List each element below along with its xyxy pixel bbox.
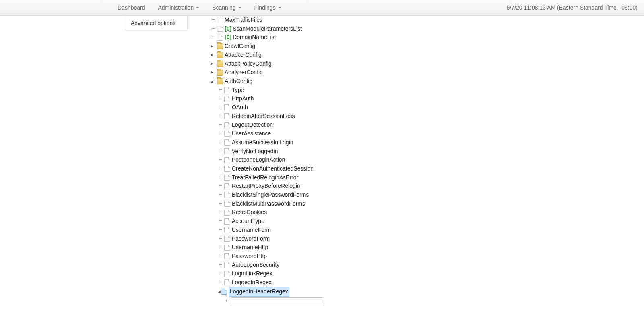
file-icon xyxy=(224,245,230,251)
tree-node-password-form[interactable]: ⊢PasswordForm xyxy=(210,235,324,243)
tree-node-reset-cookies[interactable]: ⊢ResetCookies xyxy=(210,208,324,217)
tree-node-label: PasswordForm xyxy=(232,235,270,243)
sidebar-item-label: Advanced options xyxy=(131,20,175,26)
tree-node-label: LoggedInRegex xyxy=(232,278,272,287)
nav-findings[interactable]: Findings xyxy=(248,1,288,15)
logged-in-header-regex-input[interactable] xyxy=(231,297,324,306)
tree-node-login-link-regex[interactable]: ⊢LoginLinkRegex xyxy=(210,269,324,278)
tree-connector-icon: ⊢ xyxy=(217,156,224,164)
nav-scanning[interactable]: Scanning xyxy=(206,1,248,15)
chevron-down-icon xyxy=(238,7,242,8)
folder-icon xyxy=(217,78,223,84)
file-icon xyxy=(224,183,230,189)
timestamp-label: 5/7/20 11:08:13 AM (Eastern Standard Tim… xyxy=(507,4,638,11)
tree-node-attacker-config[interactable]: ▶ AttackerConfig xyxy=(210,51,324,60)
folder-icon xyxy=(217,61,223,67)
collapse-icon[interactable]: ◢ xyxy=(210,77,214,86)
tree-node-scan-module-params[interactable]: ⊢ [0] ScanModuleParametersList xyxy=(210,25,324,33)
tree-node-account-type[interactable]: ⊢AccountType xyxy=(210,217,324,226)
tree-node-analyzer-config[interactable]: ▶ AnalyzerConfig xyxy=(210,68,324,77)
tree-node-postpone-login-action[interactable]: ⊢PostponeLoginAction xyxy=(210,156,324,164)
tree-node-user-assistance[interactable]: ⊢UserAssistance xyxy=(210,129,324,138)
tree-node-label: UserAssistance xyxy=(232,129,271,138)
file-icon xyxy=(224,104,230,110)
tree-connector-icon: ⊢ xyxy=(210,25,217,33)
tree-node-relogin-after-session-loss[interactable]: ⊢ReloginAfterSessionLoss xyxy=(210,112,324,121)
tree-connector-icon: ⊢ xyxy=(217,200,224,208)
tree-node-crawl-config[interactable]: ▶ CrawlConfig xyxy=(210,42,324,51)
tree-connector-icon: ⊢ xyxy=(217,252,224,261)
expand-icon[interactable]: ▶ xyxy=(210,60,214,69)
file-icon xyxy=(221,289,227,295)
expand-icon[interactable]: ▶ xyxy=(210,42,214,51)
file-icon xyxy=(224,279,230,285)
tree-node-label: DomainNameList xyxy=(233,33,276,42)
tree-node-label: MaxTrafficFiles xyxy=(225,16,262,25)
tree-node-type[interactable]: ⊢Type xyxy=(210,86,324,95)
tree-node-label: Type xyxy=(232,86,244,95)
tree-node-logged-in-header-regex[interactable]: ◢ LoggedInHeaderRegex xyxy=(210,287,324,297)
tree-node-label: UsernameForm xyxy=(232,226,271,235)
tree-node-value-row: └ xyxy=(225,297,324,306)
tree-connector-icon: ⊢ xyxy=(217,147,224,156)
collapse-icon[interactable]: ◢ xyxy=(217,287,221,296)
tree-node-label: AccountType xyxy=(232,217,264,226)
tree-node-password-http[interactable]: ⊢PasswordHttp xyxy=(210,252,324,261)
tree-connector-icon: ⊢ xyxy=(217,182,224,191)
file-icon xyxy=(224,192,230,198)
tree-node-label: VerifyNotLoggedin xyxy=(232,147,278,156)
tree-connector-icon: ⊢ xyxy=(217,243,224,252)
tree-node-treat-failed-relogin[interactable]: ⊢TreatFailedReloginAsError xyxy=(210,173,324,182)
expand-icon[interactable]: ▶ xyxy=(210,51,214,60)
file-icon xyxy=(224,227,230,233)
file-icon xyxy=(224,122,230,128)
tree-node-attack-policy-config[interactable]: ▶ AttackPolicyConfig xyxy=(210,60,324,69)
file-icon xyxy=(224,253,230,259)
tree-node-label: AssumeSuccessfulLogin xyxy=(232,138,293,147)
tree-connector-icon: ⊢ xyxy=(217,112,224,121)
sidebar: Advanced options xyxy=(125,16,188,31)
tree-node-oauth[interactable]: ⊢OAuth xyxy=(210,103,324,112)
tree-node-blacklist-multi-pw[interactable]: ⊢BlacklistMultiPasswordForms xyxy=(210,200,324,208)
nav-administration[interactable]: Administration xyxy=(152,1,206,15)
tree-node-label: TreatFailedReloginAsError xyxy=(232,173,298,182)
tree-node-logged-in-regex[interactable]: ⊢LoggedInRegex xyxy=(210,278,324,287)
tree-node-label: AttackPolicyConfig xyxy=(225,60,272,69)
file-icon xyxy=(224,131,230,137)
config-tree: ⊢ MaxTrafficFiles ⊢ [0] ScanModuleParame… xyxy=(210,16,324,306)
chevron-down-icon xyxy=(196,7,199,8)
tree-node-domain-name-list[interactable]: ⊢ [0] DomainNameList xyxy=(210,33,324,42)
nav-dashboard[interactable]: Dashboard xyxy=(111,1,152,15)
tree-node-logout-detection[interactable]: ⊢LogoutDetection xyxy=(210,121,324,129)
sidebar-item-advanced-options[interactable]: Advanced options xyxy=(125,16,188,31)
tree-connector-icon: ⊢ xyxy=(217,278,224,287)
expand-icon[interactable]: ▶ xyxy=(210,68,214,77)
tree-node-label: AuthConfig xyxy=(225,77,252,86)
tree-node-label: PostponeLoginAction xyxy=(232,156,285,164)
folder-icon xyxy=(217,70,223,76)
chevron-down-icon xyxy=(278,7,281,8)
tree-node-max-traffic-files[interactable]: ⊢ MaxTrafficFiles xyxy=(210,16,324,25)
tree-node-label: BlacklistSinglePasswordForms xyxy=(232,191,309,200)
tree-node-username-form[interactable]: ⊢UsernameForm xyxy=(210,226,324,235)
tree-node-label: LogoutDetection xyxy=(232,121,273,129)
tree-node-assume-successful-login[interactable]: ⊢AssumeSuccessfulLogin xyxy=(210,138,324,147)
tree-node-verify-not-logged-in[interactable]: ⊢VerifyNotLoggedin xyxy=(210,147,324,156)
tree-node-auth-config[interactable]: ◢ AuthConfig xyxy=(210,77,324,86)
file-icon xyxy=(224,139,230,146)
count-badge: [0] xyxy=(225,33,231,42)
tree-node-restart-proxy[interactable]: ⊢RestartProxyBeforeRelogin xyxy=(210,182,324,191)
tree-node-username-http[interactable]: ⊢UsernameHttp xyxy=(210,243,324,252)
file-icon xyxy=(217,17,223,23)
folder-icon xyxy=(217,52,223,58)
tree-node-auto-logon-security[interactable]: ⊢AutoLogonSecurity xyxy=(210,261,324,270)
tree-node-label: ReloginAfterSessionLoss xyxy=(232,112,295,121)
tree-connector-icon: ⊢ xyxy=(217,103,224,112)
file-icon xyxy=(224,218,230,225)
tree-node-blacklist-single-pw[interactable]: ⊢BlacklistSinglePasswordForms xyxy=(210,191,324,200)
tree-node-label: AttackerConfig xyxy=(225,51,262,60)
tree-node-label: CrawlConfig xyxy=(225,42,255,51)
tree-node-create-non-auth-session[interactable]: ⊢CreateNonAuthenticatedSession xyxy=(210,164,324,173)
tree-node-http-auth[interactable]: ⊢HttpAuth xyxy=(210,94,324,103)
nav-scanning-label: Scanning xyxy=(212,4,235,11)
